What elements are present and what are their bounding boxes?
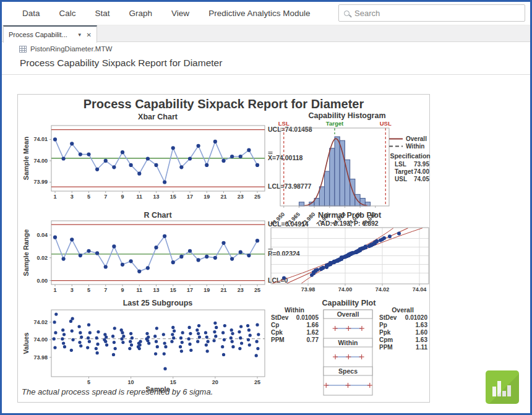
svg-text:PPM: PPM [271,336,285,343]
logo-bar [497,381,501,396]
svg-text:Values: Values [22,333,30,354]
svg-text:Overall: Overall [406,135,427,142]
svg-text:1.62: 1.62 [307,329,319,336]
svg-text:9: 9 [121,194,124,200]
report-title: Process Capability Sixpack Report for Di… [17,97,430,111]
chevron-down-icon[interactable]: ▼ [77,32,82,38]
menu-item-predictive-analytics-module[interactable]: Predictive Analytics Module [208,9,310,18]
svg-text:X=74.00118: X=74.00118 [268,154,303,161]
svg-text:15: 15 [170,287,176,293]
menu-item-stat[interactable]: Stat [95,9,110,18]
last-25-subgroups-plot: Last 25 SubgroupsValues73.9874.0074.0251… [22,299,265,393]
svg-text:3: 3 [71,194,74,200]
svg-text:Last 25 Subgroups: Last 25 Subgroups [123,299,193,307]
svg-text:Within: Within [338,339,358,346]
svg-text:StDev: StDev [379,314,397,321]
svg-text:7: 7 [104,194,107,200]
svg-text:1: 1 [53,287,56,293]
svg-text:Pp: Pp [379,322,387,328]
svg-text:19: 19 [204,287,210,293]
svg-text:AD: 0.193, P: 0.892: AD: 0.193, P: 0.892 [320,220,379,227]
svg-text:0.01005: 0.01005 [296,314,319,321]
svg-text:11: 11 [136,287,142,293]
svg-text:74.04: 74.04 [413,286,427,293]
menu-item-data[interactable]: Data [22,9,40,18]
tab-label: Process Capabilit... [9,31,73,38]
logo-bar [507,385,511,396]
svg-text:17: 17 [187,287,193,293]
svg-text:Capability Histogram: Capability Histogram [308,111,385,120]
worksheet-grid-icon [19,46,27,53]
svg-text:LSL: LSL [278,120,290,127]
svg-text:Overall: Overall [392,306,414,314]
svg-text:25: 25 [254,379,260,385]
svg-text:Overall: Overall [337,310,359,318]
svg-text:PPM: PPM [379,344,393,351]
svg-text:13: 13 [153,194,159,200]
xbar-chart: Xbar ChartSample Mean73.9974.0074.011357… [22,113,312,200]
svg-text:0.01020: 0.01020 [405,314,428,321]
tab-strip: Process Capabilit... ▼ ✕ [2,25,530,42]
svg-text:Xbar Chart: Xbar Chart [138,113,178,121]
search-input[interactable] [354,9,520,18]
svg-text:Within: Within [285,306,304,314]
svg-text:3: 3 [71,287,74,293]
svg-text:20: 20 [212,379,218,385]
svg-text:74.00: 74.00 [414,168,429,175]
svg-text:15: 15 [170,194,176,200]
tab-process-capability[interactable]: Process Capabilit... ▼ ✕ [3,25,97,43]
capability-plot: Capability PlotWithinStDev0.01005Cp1.66C… [271,299,427,395]
search-box[interactable] [338,4,525,22]
close-icon[interactable]: ✕ [87,32,92,38]
svg-text:5: 5 [87,379,90,385]
svg-text:Capability Plot: Capability Plot [322,299,377,307]
svg-text:73.95: 73.95 [414,161,429,168]
heading-divider [2,74,530,75]
r-chart: R ChartSample Range0.000.020.04135791113… [22,211,309,293]
logo-bar [492,387,496,396]
svg-text:74.02: 74.02 [33,319,48,325]
svg-text:25: 25 [254,194,260,200]
svg-text:73.99: 73.99 [33,179,48,185]
logo-bar [502,391,506,396]
svg-text:7: 7 [104,287,107,293]
svg-text:0.04: 0.04 [36,232,48,238]
svg-text:73.98: 73.98 [33,354,48,361]
svg-text:74.00: 74.00 [33,336,48,343]
svg-text:73.98: 73.98 [301,286,315,293]
svg-text:1.66: 1.66 [307,322,319,328]
svg-text:23: 23 [238,194,244,200]
report-footnote: The actual process spread is represented… [22,387,405,396]
report-panel: Xbar ChartSample Mean73.9974.0074.011357… [17,94,430,403]
svg-text:25: 25 [254,287,260,293]
svg-text:Target: Target [395,168,413,175]
svg-text:Specifications: Specifications [390,152,431,160]
search-icon [344,11,350,16]
svg-text:LCL=73.98777: LCL=73.98777 [268,182,311,190]
svg-text:Normal Prob Plot: Normal Prob Plot [318,211,382,220]
svg-text:Cpm: Cpm [379,336,393,343]
minitab-logo-icon[interactable] [486,370,519,404]
svg-text:11: 11 [136,194,142,200]
svg-text:USL: USL [395,176,407,182]
svg-text:0.02: 0.02 [36,255,48,261]
svg-text:0.00: 0.00 [36,278,48,284]
svg-text:1.63: 1.63 [416,336,428,343]
svg-text:13: 13 [153,287,159,293]
menu-item-calc[interactable]: Calc [59,9,76,18]
menu-item-graph[interactable]: Graph [129,9,153,18]
svg-text:R Chart: R Chart [144,211,172,220]
svg-text:17: 17 [187,194,193,200]
svg-text:74.00: 74.00 [33,158,48,164]
report-canvas: Xbar ChartSample Mean73.9974.0074.011357… [18,95,431,402]
svg-text:Ppk: Ppk [379,329,391,336]
svg-text:R=0.02324: R=0.02324 [268,250,300,257]
svg-text:USL: USL [380,120,392,127]
svg-text:StDev: StDev [271,314,289,321]
svg-text:UCL=74.01458: UCL=74.01458 [268,126,312,133]
svg-text:LSL: LSL [395,161,406,168]
svg-text:74.01: 74.01 [33,136,48,142]
worksheet-bar: PistonRingDiameter.MTW [19,45,112,53]
svg-text:Cp: Cp [271,322,279,328]
menu-item-view[interactable]: View [171,9,189,18]
